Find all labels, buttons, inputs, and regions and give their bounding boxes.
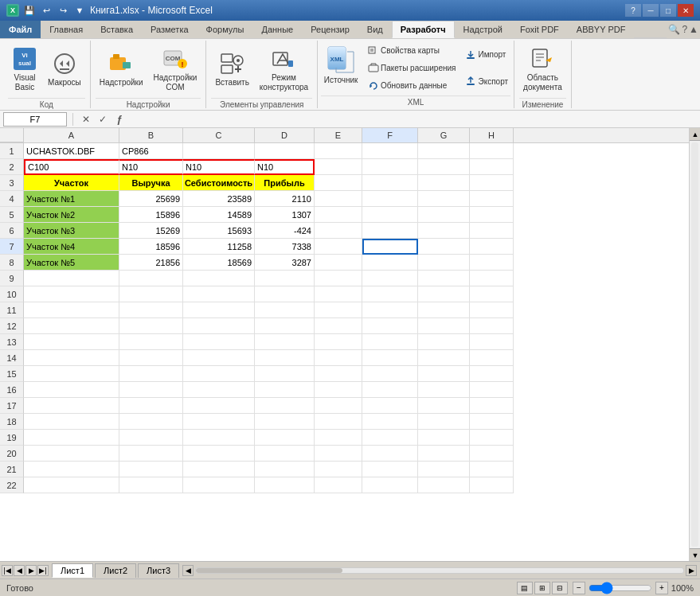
cell-h3[interactable] [470, 175, 514, 191]
cell-e6[interactable] [315, 223, 362, 239]
cell-h4[interactable] [470, 191, 514, 207]
tab-developer[interactable]: Разработч [392, 21, 455, 38]
cell-g2[interactable] [418, 159, 470, 175]
cell-c1[interactable] [183, 143, 255, 159]
scroll-down-btn[interactable]: ▼ [690, 548, 700, 561]
document-area-btn[interactable]: Областьдокумента [519, 42, 566, 96]
cell-c5[interactable]: 14589 [183, 207, 255, 223]
tab-addins[interactable]: Надстрой [455, 21, 511, 38]
formula-input[interactable] [130, 112, 697, 127]
cell-b3[interactable]: Выручка [119, 175, 183, 191]
tab-formulas[interactable]: Формулы [197, 21, 253, 38]
tab-nav-last[interactable]: ▶| [37, 565, 49, 576]
cell-f5[interactable] [362, 207, 418, 223]
vertical-scrollbar[interactable]: ▲ ▼ [689, 128, 700, 561]
scroll-left-btn[interactable]: ◀ [182, 565, 194, 576]
visual-basic-btn[interactable]: Vi sual VisualBasic [8, 42, 41, 96]
cell-h5[interactable] [470, 207, 514, 223]
tab-insert[interactable]: Вставка [92, 21, 142, 38]
cell-h1[interactable] [470, 143, 514, 159]
tab-foxit[interactable]: Foxit PDF [511, 21, 568, 38]
cell-e5[interactable] [315, 207, 362, 223]
cell-d4[interactable]: 2110 [255, 191, 315, 207]
cell-h7[interactable] [470, 239, 514, 255]
map-props-btn[interactable]: Свойства карты [366, 44, 458, 56]
col-header-a[interactable]: A [24, 128, 119, 142]
cell-d7[interactable]: 7338 [255, 239, 315, 255]
cell-d3[interactable]: Прибыль [255, 175, 315, 191]
cell-b8[interactable]: 21856 [119, 255, 183, 271]
cell-g1[interactable] [418, 143, 470, 159]
zoom-in-btn[interactable]: + [655, 582, 668, 594]
cell-a8[interactable]: Участок №5 [24, 255, 119, 271]
tab-home[interactable]: Главная [41, 21, 92, 38]
ribbon-help-icon[interactable]: ? [682, 24, 687, 35]
zoom-slider[interactable] [589, 584, 652, 592]
cell-h6[interactable] [470, 223, 514, 239]
import-btn[interactable]: Импорт [463, 49, 510, 61]
cell-c8[interactable]: 18569 [183, 255, 255, 271]
export-btn[interactable]: Экспорт [463, 75, 510, 88]
col-header-f[interactable]: F [362, 128, 418, 142]
source-btn[interactable]: XML Источник [321, 42, 361, 94]
tab-abbyy[interactable]: ABBYY PDF [568, 21, 635, 38]
cell-f3[interactable] [362, 175, 418, 191]
cell-c6[interactable]: 15693 [183, 223, 255, 239]
cell-g6[interactable] [418, 223, 470, 239]
cell-d5[interactable]: 1307 [255, 207, 315, 223]
cell-c4[interactable]: 23589 [183, 191, 255, 207]
cell-d2[interactable]: N10 [255, 159, 315, 175]
close-btn[interactable]: ✕ [678, 4, 694, 17]
qa-dropdown-btn[interactable]: ▼ [72, 3, 87, 18]
cell-g5[interactable] [418, 207, 470, 223]
scroll-h-thumb[interactable] [195, 567, 684, 574]
cell-f6[interactable] [362, 223, 418, 239]
zoom-out-btn[interactable]: − [573, 582, 585, 594]
cell-e1[interactable] [315, 143, 362, 159]
name-box[interactable] [3, 112, 67, 127]
cell-c7[interactable]: 11258 [183, 239, 255, 255]
col-header-c[interactable]: C [183, 128, 255, 142]
insert-control-btn[interactable]: Вставить [211, 42, 252, 96]
cell-a5[interactable]: Участок №2 [24, 207, 119, 223]
ribbon-minimize-icon[interactable]: ▲ [689, 24, 698, 35]
cell-d1[interactable] [255, 143, 315, 159]
save-quick-btn[interactable]: 💾 [22, 3, 37, 18]
cell-b6[interactable]: 15269 [119, 223, 183, 239]
cell-b5[interactable]: 15896 [119, 207, 183, 223]
tab-review[interactable]: Рецензир [302, 21, 358, 38]
cell-a4[interactable]: Участок №1 [24, 191, 119, 207]
cell-a7[interactable]: Участок №4 [24, 239, 119, 255]
scroll-up-btn[interactable]: ▲ [690, 128, 700, 141]
page-break-btn[interactable]: ⊟ [552, 582, 568, 594]
cell-a6[interactable]: Участок №3 [24, 223, 119, 239]
cell-h8[interactable] [470, 255, 514, 271]
maximize-btn[interactable]: □ [660, 4, 676, 17]
col-header-d[interactable]: D [255, 128, 315, 142]
cell-f2[interactable] [362, 159, 418, 175]
normal-view-btn[interactable]: ▤ [517, 582, 533, 594]
col-header-b[interactable]: B [119, 128, 183, 142]
tab-nav-first[interactable]: |◀ [2, 565, 13, 576]
cell-b7[interactable]: 18596 [119, 239, 183, 255]
scroll-thumb[interactable] [691, 142, 698, 547]
cell-g7[interactable] [418, 239, 470, 255]
cell-f4[interactable] [362, 191, 418, 207]
sheet-tab-2[interactable]: Лист2 [95, 563, 136, 578]
cell-g4[interactable] [418, 191, 470, 207]
insert-function-icon[interactable]: ƒ [112, 112, 127, 127]
refresh-data-btn[interactable]: Обновить данные [366, 80, 458, 92]
cell-d8[interactable]: 3287 [255, 255, 315, 271]
cell-b4[interactable]: 25699 [119, 191, 183, 207]
cell-c3[interactable]: Себистоимость [183, 175, 255, 191]
cell-e4[interactable] [315, 191, 362, 207]
cell-a2[interactable]: C100 [24, 159, 119, 175]
col-header-e[interactable]: E [315, 128, 362, 142]
tab-file[interactable]: Файл [0, 21, 41, 38]
cell-b2[interactable]: N10 [119, 159, 183, 175]
confirm-formula-icon[interactable]: ✓ [96, 112, 110, 127]
cell-g8[interactable] [418, 255, 470, 271]
sheet-tab-3[interactable]: Лист3 [138, 563, 179, 578]
cell-b1[interactable]: CP866 [119, 143, 183, 159]
com-addins-btn[interactable]: COM ! НадстройкиCOM [150, 42, 201, 96]
